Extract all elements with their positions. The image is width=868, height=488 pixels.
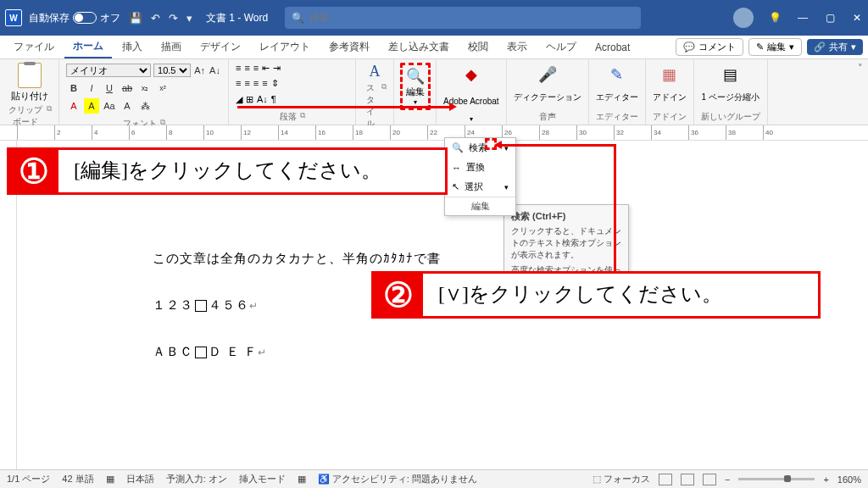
bullets-button[interactable]: ≡ [236,63,241,74]
read-mode-button[interactable] [659,474,672,485]
web-layout-button[interactable] [703,474,716,485]
decrease-indent-button[interactable]: ⇤ [262,63,270,74]
numbering-button[interactable]: ≡ [244,63,249,74]
maximize-button[interactable]: ▢ [824,12,836,24]
tab-home[interactable]: ホーム [64,36,112,58]
sort-button[interactable]: A↓ [257,94,268,105]
borders-button[interactable]: ⊞ [246,94,253,105]
acrobat-button[interactable]: ◆ Adobe Acrobat ▾ [437,59,507,125]
print-layout-button[interactable] [681,474,694,485]
zoom-out-button[interactable]: − [725,474,730,485]
word-app-icon: W [5,9,22,26]
underline-button[interactable]: U [102,80,117,96]
superscript-button[interactable]: x² [155,80,170,96]
tab-acrobat[interactable]: Acrobat [587,38,638,57]
tab-review[interactable]: 校閲 [459,36,497,58]
dialog-launcher-icon[interactable]: ⧉ [47,104,52,128]
multilevel-button[interactable]: ≡ [253,63,259,74]
paste-button[interactable]: 貼り付け [7,63,52,103]
status-predict[interactable]: 予測入力: オン [166,473,227,485]
ribbon-home: 貼り付け クリップボード⧉ メイリオ 10.5 A↑ A↓ B I U ab x… [0,59,868,125]
edit-button[interactable]: 🔍 編集 ▾ [406,67,425,106]
callout-number-1: ① [9,150,58,192]
tab-help[interactable]: ヘルプ [537,36,585,58]
search-box[interactable]: 🔍 [285,7,641,29]
tab-draw[interactable]: 描画 [153,36,190,58]
editor-button[interactable]: ✎ エディター エディター [589,59,646,125]
dictation-button[interactable]: 🎤 ディクテーション 音声 [507,59,589,125]
zoom-1page-button[interactable]: ▤ 1 ページ分縮小 新しいグループ [694,59,768,125]
save-icon[interactable]: 💾 [129,12,142,25]
search-icon: 🔍 [452,142,464,153]
status-word-count[interactable]: 42 単語 [62,473,93,485]
align-left-button[interactable]: ≡ [236,78,241,89]
zoom-in-button[interactable]: + [823,474,828,485]
share-button[interactable]: 🔗 共有 ▾ [807,39,863,55]
edit-dropdown-menu: 🔍検索▾ ↔置換 ↖選択▾ 編集 [444,137,516,216]
qat-dropdown-icon[interactable]: ▾ [186,12,192,25]
menu-item-search[interactable]: 🔍検索▾ [445,138,515,158]
tab-file[interactable]: ファイル [5,36,63,58]
status-language[interactable]: 日本語 [126,473,154,485]
align-center-button[interactable]: ≡ [244,78,249,89]
shading-button[interactable]: ◢ [236,94,242,105]
align-right-button[interactable]: ≡ [253,78,259,89]
dialog-launcher-icon[interactable]: ⧉ [300,111,305,123]
minimize-button[interactable]: — [797,12,809,24]
increase-indent-button[interactable]: ⇥ [273,63,281,74]
tab-references[interactable]: 参考資料 [320,36,378,58]
comments-button[interactable]: 💬 コメント [676,38,743,56]
microphone-icon: 🎤 [538,63,557,86]
help-icon[interactable]: 💡 [769,12,782,24]
line-spacing-button[interactable]: ⇕ [271,78,279,89]
autosave[interactable]: 自動保存 オフ [29,11,120,25]
addin-icon: ▦ [662,63,676,86]
highlight-button[interactable]: A [84,98,99,114]
focus-mode-button[interactable]: ⬚ フォーカス [593,473,650,485]
bold-button[interactable]: B [66,80,81,96]
justify-button[interactable]: ≡ [262,78,267,89]
search-input[interactable] [309,12,634,24]
zoom-level[interactable]: 160% [837,474,861,485]
char-border-button[interactable]: A [120,98,135,114]
show-marks-button[interactable]: ¶ [271,94,276,105]
tab-design[interactable]: デザイン [192,36,249,58]
status-accessibility[interactable]: ♿ アクセシビリティ: 問題ありません [318,473,477,485]
subscript-button[interactable]: x₂ [137,80,153,96]
font-color-button[interactable]: A [66,98,81,114]
tab-layout[interactable]: レイアウト [251,36,319,58]
status-proofing-icon[interactable]: ▦ [106,474,114,485]
status-page[interactable]: 1/1 ページ [7,473,50,485]
tab-insert[interactable]: 挿入 [114,36,151,58]
redo-icon[interactable]: ↷ [169,12,178,25]
font-name-select[interactable]: メイリオ [66,64,151,77]
italic-button[interactable]: I [84,80,99,96]
autosave-state: オフ [100,11,120,25]
annotation-callout-1: ① [編集]をクリックしてください。 [7,147,448,195]
menu-item-replace[interactable]: ↔置換 [445,158,515,177]
editing-mode-button[interactable]: ✎ 編集 ▾ [748,38,802,56]
zoom-slider[interactable] [738,478,815,480]
horizontal-ruler[interactable]: 246810121416182022242628303234363840 [0,125,868,141]
shrink-font-icon[interactable]: A↓ [209,63,221,78]
user-avatar[interactable] [733,8,754,28]
ribbon-collapse-icon[interactable]: ˅ [853,59,868,125]
grow-font-icon[interactable]: A↑ [193,63,206,78]
doc-line-3: ＡＢＣＤ Ｅ Ｆ↵ [153,344,868,360]
editor-icon: ✎ [610,63,623,86]
phonetic-button[interactable]: ⁂ [137,98,153,114]
addin-button[interactable]: ▦ アドイン アドイン [646,59,694,125]
status-insert-mode[interactable]: 挿入モード [239,473,286,485]
tab-view[interactable]: 表示 [498,36,536,58]
close-button[interactable]: ✕ [851,12,863,24]
autosave-toggle[interactable] [73,12,97,24]
change-case-button[interactable]: Aa [102,98,117,114]
menu-item-select[interactable]: ↖選択▾ [445,177,515,197]
strike-button[interactable]: ab [120,80,135,96]
font-size-select[interactable]: 10.5 [153,64,191,77]
styles-button[interactable]: A [370,63,381,80]
undo-icon[interactable]: ↶ [151,12,160,25]
menu-footer-label: 編集 [445,197,515,215]
tab-mailings[interactable]: 差し込み文書 [380,36,458,58]
status-macro-icon[interactable]: ▦ [298,474,306,485]
